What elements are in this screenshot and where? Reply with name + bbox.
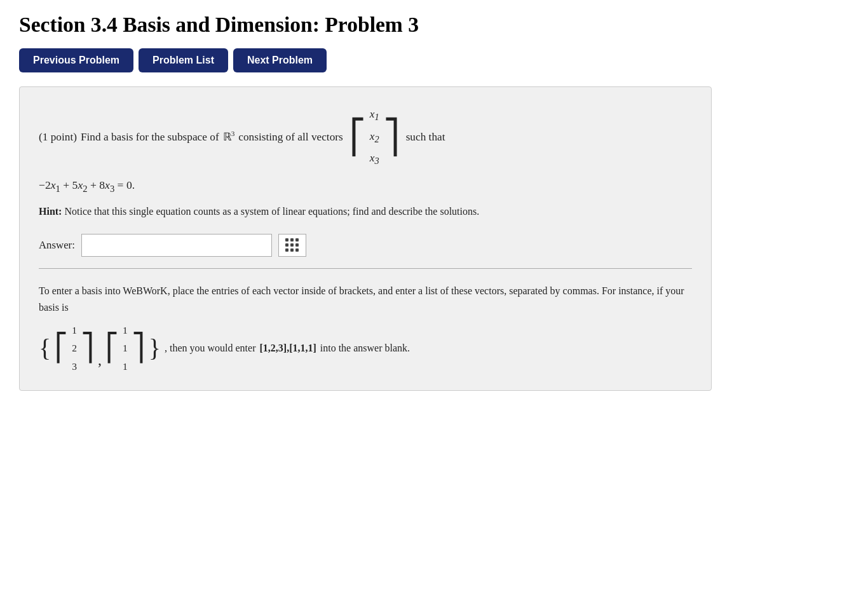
intro-text: Find a basis for the subspace of <box>81 128 219 146</box>
equation-line: −2x1 + 5x2 + 8x3 = 0. <box>39 179 692 194</box>
ex2-v1: 1 <box>121 322 130 339</box>
prev-problem-button[interactable]: Previous Problem <box>19 48 133 72</box>
problem-text: (1 point) Find a basis for the subspace … <box>39 105 445 170</box>
ex2-right-bracket: ⎤ <box>132 335 145 362</box>
hint-label: Hint: <box>39 206 62 217</box>
info-text1: To enter a basis into WeBWorK, place the… <box>39 285 684 313</box>
ex1-entries: 1 2 3 <box>70 322 79 376</box>
ex1-v2: 2 <box>70 339 79 357</box>
comma-separator: , <box>98 348 102 373</box>
consisting-text: consisting of all vectors <box>238 128 342 146</box>
hint-body: Notice that this single equation counts … <box>64 206 479 217</box>
problem-list-button[interactable]: Problem List <box>139 48 228 72</box>
x2-entry: x2 <box>367 127 382 148</box>
ex2-v3: 1 <box>121 358 130 376</box>
matrix-palette-button[interactable] <box>278 234 306 257</box>
info-block: To enter a basis into WeBWorK, place the… <box>39 283 692 376</box>
set-open-brace: { <box>39 336 51 361</box>
example-code: [1,2,3],[1,1,1] <box>259 340 316 357</box>
ex2-entries: 1 1 1 <box>121 322 130 376</box>
x1-entry: x1 <box>367 105 382 126</box>
vector-matrix: ⎡ x1 x2 x3 ⎤ <box>349 105 400 170</box>
ex2-left-bracket: ⎡ <box>105 335 119 362</box>
ex1-v3: 3 <box>70 358 79 376</box>
ex1-v1: 1 <box>70 322 79 339</box>
example-row: { ⎡ 1 2 3 ⎤ , ⎡ 1 1 1 ⎤ <box>39 322 692 376</box>
answer-input[interactable] <box>81 234 272 257</box>
matrix-entries: x1 x2 x3 <box>367 105 382 170</box>
answer-row: Answer: <box>39 234 692 269</box>
points-label: (1 point) <box>39 128 77 146</box>
hint-block: Hint: Notice that this single equation c… <box>39 204 692 220</box>
example-matrix-2: ⎡ 1 1 1 ⎤ <box>105 322 145 376</box>
nav-buttons: Previous Problem Problem List Next Probl… <box>19 48 849 72</box>
problem-box: (1 point) Find a basis for the subspace … <box>19 86 712 391</box>
example-matrix-1: ⎡ 1 2 3 ⎤ <box>55 322 94 376</box>
ex1-right-bracket: ⎤ <box>81 335 94 362</box>
next-problem-button[interactable]: Next Problem <box>233 48 327 72</box>
answer-label: Answer: <box>39 239 75 252</box>
equation-text: −2x1 + 5x2 + 8x3 = 0. <box>39 179 135 191</box>
set-close-brace: } <box>149 336 161 361</box>
R3-symbol: ℝ3 <box>223 128 235 146</box>
then-text: , then you would enter <box>165 340 256 357</box>
left-bracket: ⎡ <box>349 121 366 154</box>
x3-entry: x3 <box>367 149 382 170</box>
ex2-v2: 1 <box>121 339 130 357</box>
such-that-text: such that <box>406 128 445 146</box>
info-text3: into the answer blank. <box>320 340 410 357</box>
problem-statement: (1 point) Find a basis for the subspace … <box>39 105 692 170</box>
ex1-left-bracket: ⎡ <box>55 335 68 362</box>
right-bracket: ⎤ <box>383 121 400 154</box>
page-title: Section 3.4 Basis and Dimension: Problem… <box>19 13 849 37</box>
grid-icon <box>285 238 299 252</box>
